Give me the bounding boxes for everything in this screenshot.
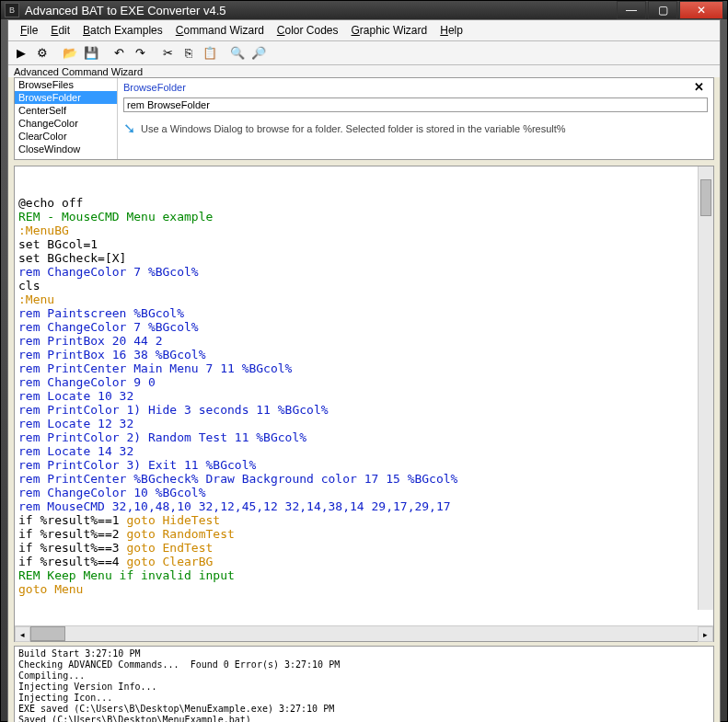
menu-graphic-wizard[interactable]: Graphic Wizard — [345, 22, 434, 39]
menu-batch-examples[interactable]: Batch Examples — [76, 22, 169, 39]
hscroll-right[interactable]: ▸ — [698, 626, 713, 642]
code-line: :MenuBG — [18, 223, 710, 237]
console-line: EXE saved (C:\Users\B\Desktop\MenuExampl… — [18, 704, 710, 715]
cmd-centerself[interactable]: CenterSelf — [15, 104, 117, 117]
save-icon[interactable]: 💾 — [82, 44, 100, 63]
editor-vscrollbar[interactable] — [698, 166, 713, 610]
code-line: rem Paintscreen %BGcol% — [18, 306, 710, 320]
code-line: set BGcol=1 — [18, 237, 710, 251]
code-line: :Menu — [18, 292, 710, 306]
code-editor[interactable]: @echo offREM - MouseCMD Menu example:Men… — [15, 166, 713, 625]
code-line: rem PrintColor 3) Exit 11 %BGcol% — [18, 458, 710, 472]
code-line: rem PrintCenter %BGcheck% Draw Backgroun… — [18, 472, 710, 486]
minimize-button[interactable]: — — [617, 1, 646, 19]
code-line: rem PrintBox 16 38 %BGcol% — [18, 348, 710, 361]
console-line: Build Start 3:27:10 PM — [18, 648, 710, 659]
cmd-closewindow[interactable]: CloseWindow — [15, 143, 117, 155]
menu-file[interactable]: File — [14, 22, 44, 39]
code-line: goto Menu — [18, 582, 710, 596]
code-line: cls — [18, 279, 710, 292]
close-button[interactable]: ✕ — [679, 1, 723, 19]
console-line: Compiling... — [18, 670, 710, 682]
code-line: if %result%==3 goto EndTest — [18, 541, 710, 555]
cut-icon[interactable]: ✂ — [158, 44, 177, 63]
zoom-in-icon[interactable]: 🔍 — [228, 44, 247, 63]
wizard-section-label: Advanced Command Wizard — [8, 65, 720, 77]
command-help-text: Use a Windows Dialog to browse for a fol… — [141, 123, 566, 134]
code-line: rem Locate 12 32 — [18, 417, 710, 430]
console-line: Injecting Version Info... — [18, 682, 710, 693]
code-line: rem Locate 10 32 — [18, 389, 710, 403]
toolbar: ▶⚙📂💾↶↷✂⎘📋🔍🔎 — [8, 41, 720, 65]
selected-command-name: BrowseFolder — [123, 82, 690, 93]
console-line: Injecting Icon... — [18, 693, 710, 704]
menu-edit[interactable]: Edit — [44, 22, 76, 39]
menu-command-wizard[interactable]: Command Wizard — [169, 22, 271, 39]
hscroll-left[interactable]: ◂ — [15, 626, 30, 642]
code-line: REM Keep Menu if invalid input — [18, 568, 710, 582]
command-wizard-panel: BrowseFilesBrowseFolderCenterSelfChangeC… — [14, 77, 714, 160]
app-icon: B — [5, 3, 19, 17]
menu-color-codes[interactable]: Color Codes — [271, 22, 345, 39]
cmd-changecolor[interactable]: ChangeColor — [15, 117, 117, 130]
code-line: rem ChangeColor 9 0 — [18, 375, 710, 389]
console-line: Checking ADVANCED Commands... Found 0 Er… — [18, 659, 710, 670]
code-line: if %result%==2 goto RandomTest — [18, 527, 710, 541]
code-line: rem Locate 14 32 — [18, 444, 710, 458]
code-line: rem PrintBox 20 44 2 — [18, 334, 710, 348]
code-line: REM - MouseCMD Menu example — [18, 210, 710, 223]
code-line: rem PrintColor 1) Hide 3 seconds 11 %BGc… — [18, 403, 710, 417]
play-icon[interactable]: ▶ — [12, 44, 30, 63]
command-input[interactable] — [123, 97, 708, 112]
cmd-browsefolder[interactable]: BrowseFolder — [15, 91, 117, 104]
redo-icon[interactable]: ↷ — [131, 44, 149, 63]
info-arrow-icon: ➘ — [123, 120, 135, 137]
console-line: Saved (C:\Users\B\Desktop\MenuExample.ba… — [18, 715, 710, 722]
code-line: rem PrintCenter Main Menu 7 11 %BGcol% — [18, 361, 710, 375]
zoom-out-icon[interactable]: 🔎 — [249, 44, 268, 63]
menubar: FileEditBatch ExamplesCommand WizardColo… — [8, 20, 720, 41]
code-line: set BGcheck=[X] — [18, 251, 710, 265]
code-line: rem MouseCMD 32,10,48,10 32,12,45,12 32,… — [18, 499, 710, 513]
copy-icon[interactable]: ⎘ — [179, 44, 198, 63]
editor-hscrollbar[interactable]: ◂ ▸ — [15, 625, 713, 641]
code-line: rem ChangeColor 10 %BGcol% — [18, 486, 710, 499]
paste-icon[interactable]: 📋 — [201, 44, 219, 63]
open-folder-icon[interactable]: 📂 — [61, 44, 79, 63]
titlebar[interactable]: B Advanced BAT to EXE Converter v4.5 — ▢… — [1, 1, 727, 19]
build-output-console[interactable]: Build Start 3:27:10 PMChecking ADVANCED … — [14, 646, 714, 722]
code-line: @echo off — [18, 196, 710, 210]
gear-icon[interactable]: ⚙ — [33, 44, 52, 63]
maximize-button[interactable]: ▢ — [648, 1, 677, 19]
code-line: rem PrintColor 2) Random Test 11 %BGcol% — [18, 430, 710, 444]
menu-help[interactable]: Help — [433, 22, 469, 39]
code-line: if %result%==1 goto HideTest — [18, 513, 710, 527]
window-title: Advanced BAT to EXE Converter v4.5 — [25, 4, 615, 17]
wizard-close-button[interactable]: ✕ — [690, 80, 708, 94]
cmd-clearcolor[interactable]: ClearColor — [15, 130, 117, 143]
cmd-browsefiles[interactable]: BrowseFiles — [15, 78, 117, 91]
hscroll-thumb[interactable] — [30, 626, 65, 641]
code-line: if %result%==4 goto ClearBG — [18, 555, 710, 568]
command-list[interactable]: BrowseFilesBrowseFolderCenterSelfChangeC… — [15, 78, 118, 159]
undo-icon[interactable]: ↶ — [110, 44, 128, 63]
code-line: rem ChangeColor 7 %BGcol% — [18, 265, 710, 279]
code-line: rem ChangeColor 7 %BGcol% — [18, 320, 710, 334]
